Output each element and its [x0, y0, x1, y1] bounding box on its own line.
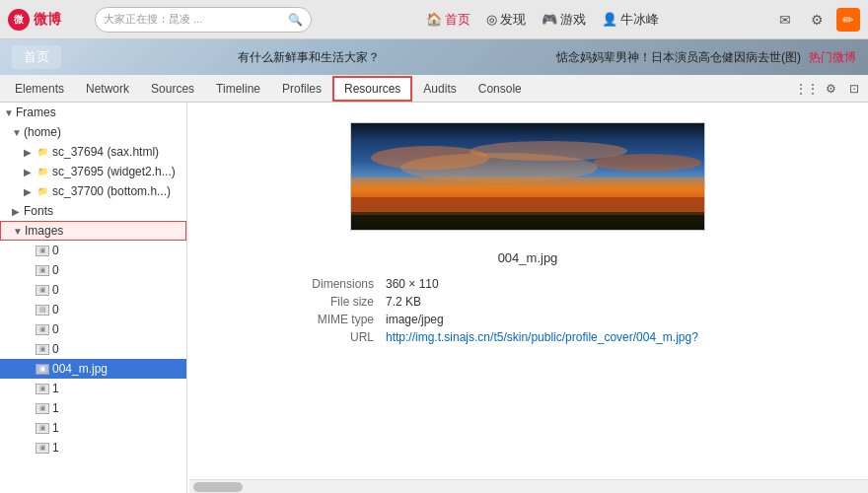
list-item[interactable]: ▣ 1 — [0, 379, 186, 398]
browser-search-bar[interactable]: 大家正在搜：昆凌 ... 🔍 — [95, 7, 312, 33]
image-icon: ▣ — [36, 384, 49, 394]
url-value[interactable]: http://img.t.sinajs.cn/t5/skin/public/pr… — [380, 328, 774, 346]
info-row-url: URL http://img.t.sinajs.cn/t5/skin/publi… — [281, 328, 774, 346]
image-icon: ▣ — [36, 344, 49, 355]
toggle-icon: ▶ — [24, 147, 36, 158]
tab-elements[interactable]: Elements — [4, 77, 75, 101]
folder-icon: 📁 — [36, 145, 49, 159]
tree-item-sc37694[interactable]: ▶ 📁 sc_37694 (sax.html) — [0, 142, 186, 162]
list-item[interactable]: ▤ 0 — [0, 300, 186, 319]
search-icon[interactable]: 🔍 — [288, 13, 303, 27]
nav-games-label: 游戏 — [560, 11, 586, 29]
toggle-icon: ▶ — [24, 186, 36, 197]
dimensions-label: Dimensions — [281, 275, 380, 293]
logo-text: 微博 — [34, 11, 61, 29]
list-item[interactable]: ▣ 1 — [0, 398, 186, 418]
tab-audits[interactable]: Audits — [412, 77, 467, 101]
devtools-panel: Elements Network Sources Timeline Profil… — [0, 75, 868, 493]
devtools-toolbar-actions: ⋮⋮ ⚙ ⊡ — [797, 79, 864, 99]
games-icon: 🎮 — [542, 12, 557, 27]
tree-item-sc37700[interactable]: ▶ 📁 sc_37700 (bottom.h...) — [0, 181, 186, 201]
weibo-hot-label: 热门微博 — [809, 49, 856, 66]
image-icon: ▤ — [36, 305, 49, 316]
nav-item-discover[interactable]: ◎ 发现 — [486, 11, 526, 29]
info-row-mimetype: MIME type image/jpeg — [281, 311, 774, 328]
tree-item-004mjpg[interactable]: ▣ 004_m.jpg — [0, 359, 186, 379]
list-item[interactable]: ▣ 0 — [0, 241, 186, 260]
image-icon: ▣ — [36, 443, 49, 454]
folder-icon: 📁 — [36, 184, 49, 198]
user-icon: 👤 — [602, 12, 617, 27]
list-item[interactable]: ▣ 0 — [0, 280, 186, 300]
mimetype-label: MIME type — [281, 311, 380, 328]
filesize-label: File size — [281, 293, 380, 311]
mail-button[interactable]: ✉ — [773, 8, 797, 32]
compose-button[interactable]: ✏ — [836, 8, 860, 32]
nav-item-games[interactable]: 🎮 游戏 — [542, 11, 586, 29]
devtools-settings-button[interactable]: ⚙ — [821, 79, 840, 99]
toggle-icon: ▼ — [4, 107, 16, 118]
tab-network[interactable]: Network — [75, 77, 140, 101]
browser-logo: 微 微博 — [8, 9, 87, 31]
nav-home-label: 首页 — [445, 11, 470, 29]
toggle-icon: ▶ — [12, 206, 24, 217]
tree-item-frames[interactable]: ▼ Frames — [0, 103, 186, 122]
nav-icons: ✉ ⚙ ✏ — [773, 8, 860, 32]
list-item[interactable]: ▣ 0 — [0, 319, 186, 339]
scrollbar-thumb[interactable] — [193, 482, 243, 492]
info-row-filesize: File size 7.2 KB — [281, 293, 774, 311]
resources-tree-panel: ▼ Frames ▼ (home) ▶ 📁 sc_37694 (sax.html… — [0, 103, 187, 493]
image-icon: ▣ — [36, 324, 49, 335]
nav-item-home[interactable]: 🏠 首页 — [426, 11, 470, 29]
folder-icon: 📁 — [36, 165, 49, 178]
tab-sources[interactable]: Sources — [140, 77, 205, 101]
image-icon: ▣ — [36, 364, 49, 375]
list-item[interactable]: ▣ 0 — [0, 260, 186, 280]
weibo-content-bar: 首页 有什么新鲜事和生活大家？ 惦念妈妈辈男神！日本演员高仓健因病去世(图) 热… — [0, 39, 868, 75]
weibo-news-text: 有什么新鲜事和生活大家？ — [77, 49, 541, 66]
svg-rect-5 — [351, 177, 705, 197]
resources-detail-panel: 004_m.jpg Dimensions 360 × 110 File size… — [187, 103, 868, 493]
image-filename: 004_m.jpg — [281, 250, 774, 265]
url-label: URL — [281, 328, 380, 346]
list-item[interactable]: ▣ 1 — [0, 418, 186, 438]
list-item[interactable]: ▣ 0 — [0, 339, 186, 359]
toggle-icon: ▶ — [24, 167, 36, 177]
mimetype-value: image/jpeg — [380, 311, 774, 328]
tree-item-images[interactable]: ▼ Images — [0, 221, 186, 241]
settings-button[interactable]: ⚙ — [805, 8, 829, 32]
nav-discover-label: 发现 — [500, 11, 526, 29]
devtools-more-button[interactable]: ⋮⋮ — [797, 79, 817, 99]
browser-toolbar: 微 微博 大家正在搜：昆凌 ... 🔍 🏠 首页 ◎ 发现 🎮 游戏 👤 牛冰峰… — [0, 0, 868, 39]
nav-items: 🏠 首页 ◎ 发现 🎮 游戏 👤 牛冰峰 — [320, 11, 765, 29]
toggle-icon — [24, 364, 36, 375]
toggle-icon: ▼ — [12, 127, 24, 138]
image-icon: ▣ — [36, 265, 49, 276]
tab-console[interactable]: Console — [468, 77, 533, 101]
search-text: 大家正在搜：昆凌 ... — [104, 12, 202, 27]
tab-resources[interactable]: Resources — [332, 76, 412, 102]
devtools-dock-button[interactable]: ⊡ — [844, 79, 864, 99]
image-info: 004_m.jpg Dimensions 360 × 110 File size… — [281, 250, 774, 346]
tab-profiles[interactable]: Profiles — [271, 77, 332, 101]
tab-timeline[interactable]: Timeline — [205, 77, 271, 101]
filesize-value: 7.2 KB — [380, 293, 774, 311]
info-row-dimensions: Dimensions 360 × 110 — [281, 275, 774, 293]
image-icon: ▣ — [36, 423, 49, 434]
weibo-news-item: 惦念妈妈辈男神！日本演员高仓健因病去世(图) — [556, 49, 801, 66]
toggle-icon: ▼ — [13, 226, 25, 237]
discover-icon: ◎ — [486, 12, 497, 27]
tree-item-fonts[interactable]: ▶ Fonts — [0, 201, 186, 221]
image-preview — [350, 122, 705, 231]
nav-item-user[interactable]: 👤 牛冰峰 — [602, 11, 659, 29]
image-icon: ▣ — [36, 403, 49, 414]
tree-item-sc37695[interactable]: ▶ 📁 sc_37695 (widget2.h...) — [0, 162, 186, 181]
weibo-news-right: 惦念妈妈辈男神！日本演员高仓健因病去世(图) 热门微博 — [556, 49, 856, 66]
weibo-home-tab[interactable]: 首页 — [12, 45, 61, 69]
horizontal-scrollbar[interactable] — [189, 479, 868, 493]
list-item[interactable]: ▣ 1 — [0, 438, 186, 458]
devtools-body: ▼ Frames ▼ (home) ▶ 📁 sc_37694 (sax.html… — [0, 103, 868, 493]
image-info-table: Dimensions 360 × 110 File size 7.2 KB MI… — [281, 275, 774, 346]
devtools-toolbar: Elements Network Sources Timeline Profil… — [0, 75, 868, 103]
tree-item-home[interactable]: ▼ (home) — [0, 122, 186, 142]
